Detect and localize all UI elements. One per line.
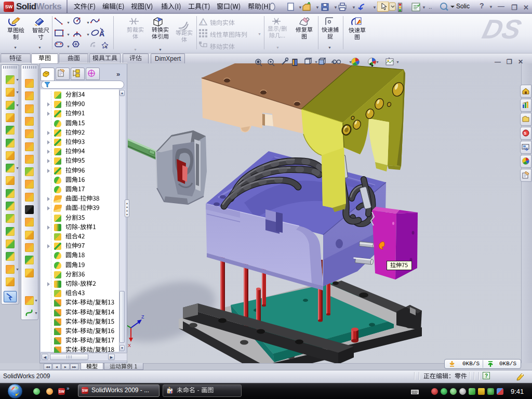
svg-text:X: X bbox=[128, 343, 131, 348]
svg-text:..: .. bbox=[429, 3, 432, 10]
svg-text:!: ! bbox=[201, 20, 203, 25]
svg-text:S: S bbox=[524, 131, 527, 136]
svg-text:A: A bbox=[99, 30, 104, 38]
svg-text:Z: Z bbox=[141, 314, 144, 320]
